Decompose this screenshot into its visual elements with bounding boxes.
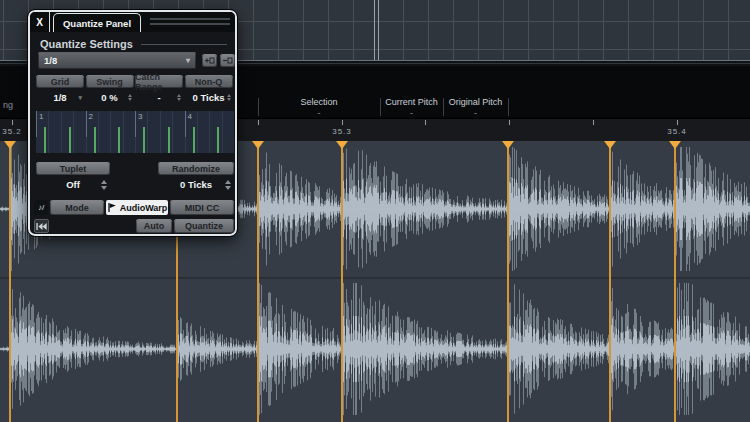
grid-cell-line <box>110 111 111 153</box>
grid-bright-line <box>378 0 379 60</box>
warp-marker-line[interactable] <box>341 141 343 422</box>
current-pitch-label: Current Pitch <box>381 97 442 107</box>
grid-cell-line <box>209 111 210 153</box>
beat-number: 3 <box>138 112 142 121</box>
catch-range-value: - <box>157 92 160 103</box>
mode-button[interactable]: Mode <box>50 200 104 215</box>
warp-marker-line[interactable] <box>674 141 676 422</box>
eighth-note-grid-line <box>44 127 46 153</box>
beat-number: 1 <box>39 112 43 121</box>
warp-marker-line[interactable] <box>257 141 259 422</box>
preset-value: 1/8 <box>44 55 57 66</box>
section-heading: Quantize Settings <box>40 38 227 50</box>
audiowarp-label: AudioWarp <box>120 203 168 213</box>
ruler-bar-label: 35.2 <box>2 127 22 136</box>
remove-preset-button[interactable] <box>220 54 235 67</box>
warp-marker-line[interactable] <box>507 141 509 422</box>
grid-cell-line <box>197 111 198 153</box>
quantize-preset-dropdown[interactable]: 1/8 <box>38 52 196 69</box>
grid-cell-line <box>172 111 173 153</box>
tuplet-value-field[interactable]: Off <box>36 177 110 192</box>
warp-marker-handle[interactable] <box>336 141 348 149</box>
grid-cell-line <box>147 111 148 153</box>
grid-cell-line <box>48 111 49 153</box>
titlebar-stripe <box>150 23 230 25</box>
warp-marker-handle[interactable] <box>4 141 16 149</box>
store-preset-button[interactable] <box>202 54 217 67</box>
catch-range-column-button[interactable]: Catch Range <box>135 75 183 88</box>
ruler-bar-label: 35.3 <box>332 127 352 136</box>
spinner[interactable] <box>177 94 181 101</box>
warp-marker-line[interactable] <box>9 141 11 422</box>
heading-rule <box>141 44 227 45</box>
quantize-apply-button[interactable]: Quantize <box>174 219 234 233</box>
midi-cc-button[interactable]: MIDI CC <box>170 200 234 215</box>
swing-value-field[interactable]: 0 % <box>86 90 134 105</box>
spinner[interactable] <box>225 180 231 190</box>
remove-preset-icon <box>222 56 233 65</box>
beat-line <box>135 111 136 137</box>
warp-marker-handle[interactable] <box>669 141 681 149</box>
grid-cell-line <box>222 111 223 153</box>
audiowarp-tab-button[interactable]: AudioWarp <box>106 200 168 215</box>
ruler-tick <box>342 120 343 125</box>
spinner[interactable] <box>101 180 107 190</box>
ruler-tick <box>12 120 13 125</box>
original-pitch-label: Original Pitch <box>444 97 507 107</box>
grid-value: 1/8 <box>53 92 66 103</box>
eighth-note-grid-line <box>143 127 145 153</box>
randomize-value: 0 Ticks <box>180 179 212 190</box>
swing-column-button[interactable]: Swing <box>86 75 134 88</box>
selection-label: Selection <box>259 97 379 107</box>
note-ratio-icon: ♪/ <box>34 200 48 215</box>
tuplet-button[interactable]: Tuplet <box>36 162 110 175</box>
randomize-value-field[interactable]: 0 Ticks <box>158 177 234 192</box>
quantize-settings-title: Quantize Settings <box>40 38 133 50</box>
warp-marker-handle[interactable] <box>604 141 616 149</box>
current-pitch-value: - <box>381 108 442 118</box>
grid-column-button[interactable]: Grid <box>36 75 84 88</box>
chevron-down-icon: ▾ <box>78 94 82 102</box>
tuplet-value: Off <box>66 179 80 190</box>
auto-button[interactable]: Auto <box>136 219 172 233</box>
beat-number: 4 <box>188 112 192 121</box>
warp-marker-handle[interactable] <box>502 141 514 149</box>
nonq-value-field[interactable]: 0 Ticks <box>185 90 233 105</box>
swing-value: 0 % <box>101 92 117 103</box>
beat-line <box>36 111 37 137</box>
nonq-column-button[interactable]: Non-Q <box>185 75 233 88</box>
add-preset-icon <box>204 56 215 65</box>
quantize-panel: X Quantize Panel Quantize Settings 1/8 G… <box>28 10 237 236</box>
spinner[interactable] <box>128 94 132 101</box>
ruler-tick <box>258 120 259 125</box>
reset-quantize-button[interactable] <box>34 219 49 233</box>
spinner[interactable] <box>227 94 231 101</box>
warp-marker-line[interactable] <box>609 141 611 422</box>
warp-marker-handle[interactable] <box>252 141 264 149</box>
close-button[interactable]: X <box>30 12 49 32</box>
eighth-note-grid-line <box>118 127 120 153</box>
beat-line <box>86 111 87 137</box>
beat-number: 2 <box>89 112 93 121</box>
nonq-value: 0 Ticks <box>192 92 224 103</box>
partial-left-label: ng <box>3 100 13 110</box>
eighth-note-grid-line <box>217 127 219 153</box>
original-pitch-value: - <box>444 108 507 118</box>
titlebar-stripe <box>150 18 230 20</box>
beat-line <box>185 111 186 137</box>
catch-range-value-field[interactable]: - <box>135 90 183 105</box>
ruler-tick <box>425 120 426 125</box>
eighth-note-grid-line <box>69 127 71 153</box>
ruler-bar-label: 35.4 <box>667 127 687 136</box>
grid-value-dropdown[interactable]: 1/8 ▾ <box>36 90 84 105</box>
warp-flag-icon <box>107 202 117 213</box>
original-pitch-info: Original Pitch - <box>444 97 507 118</box>
eighth-note-grid-line <box>168 127 170 153</box>
sample-editor-window: 0 80.00 4/4 élastique Pro - Time <box>0 0 750 422</box>
grid-bright-line <box>374 0 375 60</box>
randomize-button[interactable]: Randomize <box>158 162 234 175</box>
grid-cell-line <box>98 111 99 153</box>
current-pitch-info: Current Pitch - <box>381 97 442 118</box>
tab-quantize-panel[interactable]: Quantize Panel <box>53 13 141 32</box>
grid-cell-line <box>123 111 124 153</box>
